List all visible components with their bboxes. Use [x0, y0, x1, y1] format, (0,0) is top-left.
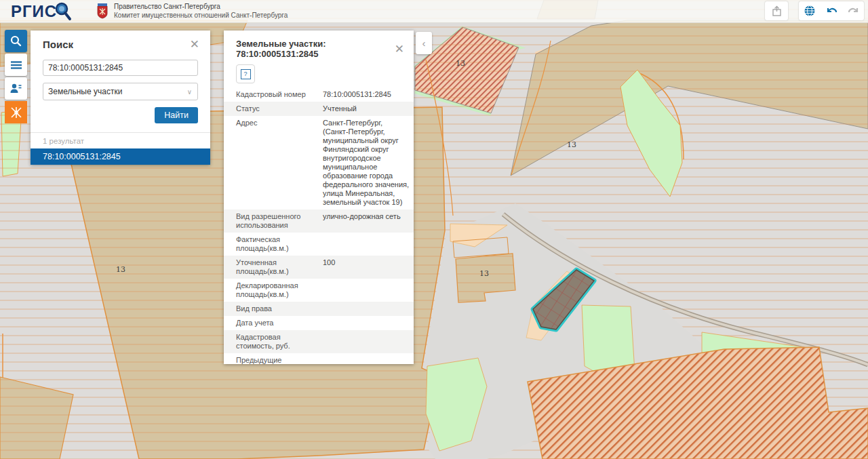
rgis-logo-text: РГИС: [11, 2, 57, 21]
share-icon: [772, 5, 782, 17]
attr-value: Санкт-Петербург, (Санкт-Петербург, муниц…: [320, 117, 414, 208]
spb-anchors-icon: [9, 106, 23, 119]
map-nav-group: [799, 1, 864, 20]
attr-value: [320, 317, 414, 329]
chevron-down-icon: ∨: [187, 88, 192, 96]
rgis-logo[interactable]: РГИС: [11, 1, 73, 22]
attr-label: Декларированная площадь(кв.м.): [224, 280, 320, 300]
undo-button[interactable]: [821, 1, 842, 20]
globe-icon: [804, 5, 816, 17]
table-row: Фактическая площадь(кв.м.): [224, 233, 414, 256]
parcel-label: 13: [456, 59, 465, 68]
table-row: Кадастровая стоимость, руб.: [224, 330, 414, 353]
layers-tool-button[interactable]: [5, 54, 27, 76]
table-row: Статус Учтенный: [224, 102, 414, 116]
find-button[interactable]: Найти: [155, 107, 198, 123]
attr-label: Вид права: [224, 303, 320, 315]
collapse-panel-button[interactable]: ‹: [416, 32, 432, 54]
attr-label: Дата учета: [224, 317, 320, 329]
attr-value: [320, 234, 414, 254]
user-list-icon: [9, 83, 22, 94]
identify-help-button[interactable]: ?: [236, 64, 255, 83]
attr-value: [320, 355, 414, 364]
globe-button[interactable]: [799, 1, 821, 20]
profile-tool-button[interactable]: [5, 77, 27, 100]
attr-value: 78:10:0005131:2845: [320, 89, 414, 100]
table-row: Предыдущие кадастровые номера: [224, 353, 414, 364]
parcel-label: 13: [116, 265, 125, 274]
search-panel: Поиск ✕ Земельные участки ∨ Найти 1 резу…: [31, 31, 210, 165]
search-result-item[interactable]: 78:10:0005131:2845: [31, 148, 210, 165]
attr-value: [320, 280, 414, 300]
result-count: 1 результат: [31, 133, 210, 148]
close-icon[interactable]: ✕: [395, 43, 404, 55]
table-row: Вид права: [224, 302, 414, 316]
table-row: Кадастровый номер 78:10:0005131:2845: [224, 87, 414, 102]
menu-icon: [10, 60, 22, 70]
redo-arrow-icon: [847, 5, 860, 16]
undo-arrow-icon: [825, 5, 838, 16]
attr-value: [320, 303, 414, 315]
attr-value: [320, 332, 414, 352]
attr-label: Фактическая площадь(кв.м.): [224, 234, 320, 254]
table-row: Уточненная площадь(кв.м.) 100: [224, 256, 414, 279]
share-button[interactable]: [765, 1, 788, 20]
search-input[interactable]: [43, 60, 198, 76]
question-icon: ?: [241, 69, 251, 79]
attr-label: Вид разрешенного использования: [224, 211, 320, 231]
attr-value: улично-дорожная сеть: [320, 211, 414, 231]
search-tool-button[interactable]: [5, 30, 27, 52]
table-row: Дата учета: [224, 316, 414, 330]
search-icon: [10, 35, 22, 47]
search-panel-title: Поиск: [43, 39, 73, 50]
category-select[interactable]: Земельные участки ∨: [43, 83, 198, 100]
redo-button[interactable]: [842, 1, 864, 20]
attr-label: Кадастровая стоимость, руб.: [224, 332, 320, 352]
gov-title: Правительство Санкт-Петербурга Комитет и…: [114, 2, 288, 20]
close-icon[interactable]: ✕: [190, 39, 199, 50]
spb-crest-icon: [96, 3, 108, 19]
category-select-value: Земельные участки: [48, 87, 122, 96]
attr-label: Кадастровый номер: [224, 89, 320, 100]
emblem-tool-button[interactable]: [5, 101, 27, 123]
attr-value: Учтенный: [320, 103, 414, 115]
parcel-label: 13: [479, 269, 489, 278]
magnifier-logo-icon: [53, 1, 73, 22]
attr-value: 100: [320, 257, 414, 277]
parcel-label: 13: [567, 140, 576, 149]
top-header: РГИС Правительство Санкт-Петербурга Коми…: [0, 0, 868, 23]
attr-label: Статус: [224, 103, 320, 115]
chevron-left-icon: ‹: [422, 37, 426, 49]
info-panel-title: Земельные участки: 78:10:0005131:2845: [236, 39, 395, 59]
parcel-info-panel: Земельные участки: 78:10:0005131:2845 ✕ …: [224, 31, 414, 364]
table-row: Адрес Санкт-Петербург, (Санкт-Петербург,…: [224, 116, 414, 209]
attr-label: Адрес: [224, 117, 320, 208]
table-row: Декларированная площадь(кв.м.): [224, 279, 414, 302]
attr-label: Предыдущие кадастровые номера: [224, 355, 320, 364]
attribute-table: Кадастровый номер 78:10:0005131:2845 Ста…: [224, 87, 414, 364]
table-row: Вид разрешенного использования улично-до…: [224, 209, 414, 233]
attr-label: Уточненная площадь(кв.м.): [224, 257, 320, 277]
